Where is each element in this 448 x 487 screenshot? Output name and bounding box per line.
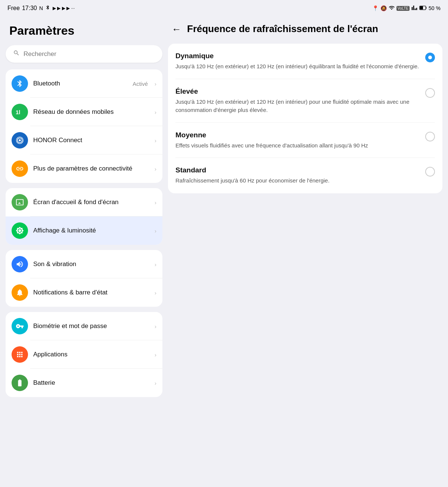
security-group: Biométrie et mot de passe › Applications… [6,312,162,397]
option-dynamic[interactable]: Dynamique Jusqu'à 120 Hz (en extérieur) … [168,44,442,79]
apps-icon [12,346,28,363]
signal-icon [411,5,417,12]
option-medium-radio[interactable] [425,132,435,141]
sidebar-item-more-connectivity[interactable]: Plus de paramètres de connectivité › [6,154,162,183]
option-medium-text: Moyenne Effets visuels fluidifiés avec u… [175,131,420,150]
battery-chevron: › [155,380,156,386]
svg-text:1l: 1l [16,109,20,115]
option-high-desc: Jusqu'à 120 Hz (en extérieur) et 120 Hz … [175,98,420,115]
svg-point-4 [19,139,21,141]
status-bar: Free 17:30 N ▶ ▶ ▶ ▶ ··· 📍 🔕 VoLTE 50 % [0,0,448,16]
option-dynamic-radio[interactable] [425,53,435,62]
more-connectivity-label: Plus de paramètres de connectivité [33,165,149,172]
volte-badge: VoLTE [396,6,410,11]
status-right: 📍 🔕 VoLTE 50 % [372,5,441,12]
nfc-icon: N [39,5,43,11]
biometrics-label: Biométrie et mot de passe [33,322,149,330]
honor-connect-label: HONOR Connect [33,137,82,144]
left-panel: Paramètres Bluetooth Activé › 1l [6,20,162,483]
honor-connect-text: HONOR Connect [33,137,149,144]
youtube-icons: ▶ ▶ ▶ ▶ ··· [53,6,75,11]
back-button[interactable]: ← [172,24,181,34]
sidebar-item-apps[interactable]: Applications › [6,340,162,369]
option-high-title: Élevée [175,87,420,96]
battery-icon [419,5,427,12]
sound-text: Son & vibration [33,260,149,268]
sound-chevron: › [155,261,156,268]
biometrics-chevron: › [155,323,156,330]
home-screen-label: Écran d'accueil & fond d'écran [33,199,149,206]
wifi-icon [389,5,395,12]
option-standard-radio[interactable] [425,167,435,177]
location-icon: 📍 [372,5,379,11]
mobile-data-text: Réseau de données mobiles [33,108,149,116]
right-panel: ← Fréquence de rafraîchissement de l'écr… [168,20,442,483]
apps-chevron: › [155,352,156,358]
notifications-label: Notifications & barre d'état [33,289,149,296]
right-panel-title: Fréquence de rafraîchissement de l'écran [187,23,378,35]
bluetooth-label: Bluetooth [33,80,60,87]
option-dynamic-title: Dynamique [175,52,420,60]
mobile-data-icon: 1l [12,104,28,120]
sidebar-item-honor-connect[interactable]: HONOR Connect › [6,126,162,154]
carrier-label: Free [7,5,20,12]
svg-rect-2 [420,6,423,9]
more-connectivity-icon [12,160,28,177]
sound-group: Son & vibration › Notifications & barre … [6,250,162,307]
refresh-rate-options: Dynamique Jusqu'à 120 Hz (en extérieur) … [168,44,442,193]
connectivity-group: Bluetooth Activé › 1l Réseau de données … [6,69,162,183]
mobile-data-label: Réseau de données mobiles [33,108,149,116]
search-input[interactable] [24,50,155,58]
sidebar-item-mobile-data[interactable]: 1l Réseau de données mobiles › [6,98,162,126]
search-box[interactable] [6,45,162,63]
notifications-text: Notifications & barre d'état [33,289,149,296]
option-standard[interactable]: Standard Rafraîchissement jusqu'à 60 Hz … [168,158,442,193]
sidebar-item-sound[interactable]: Son & vibration › [6,250,162,278]
sidebar-item-battery[interactable]: Batterie › [6,369,162,397]
display-label: Affichage & luminosité [33,227,149,234]
silent-icon: 🔕 [380,5,387,11]
mobile-data-chevron: › [155,109,156,115]
option-high-radio[interactable] [425,88,435,98]
search-icon [13,50,20,58]
option-dynamic-text: Dynamique Jusqu'à 120 Hz (en extérieur) … [175,52,420,71]
display-group: Écran d'accueil & fond d'écran › Afficha… [6,188,162,245]
apps-text: Applications [33,351,149,358]
panel-title: Paramètres [6,20,162,45]
display-chevron: › [155,228,156,234]
main-content: Paramètres Bluetooth Activé › 1l [0,16,448,487]
more-connectivity-text: Plus de paramètres de connectivité [33,165,149,172]
option-medium[interactable]: Moyenne Effets visuels fluidifiés avec u… [168,123,442,158]
battery-label: Batterie [33,379,55,386]
bluetooth-chevron: › [155,81,156,87]
option-medium-desc: Effets visuels fluidifiés avec une fréqu… [175,141,420,150]
svg-rect-1 [426,7,427,9]
option-standard-title: Standard [175,166,420,174]
option-standard-text: Standard Rafraîchissement jusqu'à 60 Hz … [175,166,420,185]
sidebar-item-notifications[interactable]: Notifications & barre d'état › [6,278,162,307]
biometrics-icon [12,318,28,334]
bluetooth-icon [12,75,28,92]
sidebar-item-display[interactable]: Affichage & luminosité › [6,216,162,245]
sidebar-item-bluetooth[interactable]: Bluetooth Activé › [6,69,162,98]
home-screen-icon [12,194,28,210]
apps-label: Applications [33,351,68,358]
honor-connect-chevron: › [155,137,156,144]
sidebar-item-home-screen[interactable]: Écran d'accueil & fond d'écran › [6,188,162,216]
notifications-icon [12,284,28,301]
sound-label: Son & vibration [33,260,76,268]
status-left: Free 17:30 N ▶ ▶ ▶ ▶ ··· [7,5,75,12]
battery-text: Batterie [33,379,149,387]
option-dynamic-desc: Jusqu'à 120 Hz (en extérieur) et 120 Hz … [175,62,420,71]
more-connectivity-chevron: › [155,166,156,172]
right-header: ← Fréquence de rafraîchissement de l'écr… [168,20,442,44]
display-text: Affichage & luminosité [33,227,149,234]
sidebar-item-biometrics[interactable]: Biométrie et mot de passe › [6,312,162,340]
battery-percent: 50 % [429,5,441,11]
option-high-text: Élevée Jusqu'à 120 Hz (en extérieur) et … [175,87,420,115]
option-high[interactable]: Élevée Jusqu'à 120 Hz (en extérieur) et … [168,79,442,123]
battery-settings-icon [12,375,28,391]
notifications-chevron: › [155,290,156,296]
honor-connect-icon [12,132,28,149]
option-medium-title: Moyenne [175,131,420,139]
